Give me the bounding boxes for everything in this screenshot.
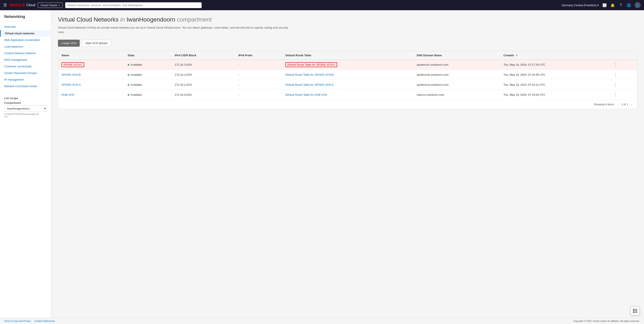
cell-ipv6: -	[235, 90, 282, 100]
cell-created: Thu, May 16, 2024, 07:16:21 UTC	[500, 80, 609, 90]
monitor-icon[interactable]: ⬜	[602, 3, 607, 8]
route-table-link[interactable]: Default Route Table for SPOKE-VCN-B	[285, 73, 334, 76]
status-dot	[128, 74, 129, 76]
cell-route-table: Default Route Table for SPOKE-VCN-B	[282, 70, 413, 80]
table-footer: Showing 4 items ‹ 1 of 1 ›	[58, 100, 637, 109]
help-icon[interactable]: ?	[618, 3, 623, 8]
globe-icon[interactable]: 🌐	[626, 3, 631, 8]
list-scope-title: List scope	[4, 96, 47, 100]
page-title-vcn: Virtual Cloud Networks	[58, 16, 120, 23]
cell-name: SPOKE-VCN-C	[58, 60, 124, 70]
showing-items-text: Showing 4 items	[594, 103, 614, 106]
cell-actions: ⋮	[609, 70, 637, 80]
vcn-name-link[interactable]: SPOKE-VCN-C	[62, 62, 84, 67]
region-selector[interactable]: Germany Central (Frankfurt) ▾	[562, 4, 599, 7]
sidebar-item-customer-connectivity[interactable]: Customer connectivity	[0, 63, 51, 70]
cell-dns: spokevcnb.oraclevcn.com	[413, 70, 500, 80]
cell-ipv4: 172.16.2.0/24	[171, 70, 235, 80]
cell-state: Available	[124, 90, 171, 100]
cookie-preferences-link[interactable]: Cookie Preferences	[34, 320, 55, 322]
col-header-state: State	[124, 51, 171, 60]
route-table-link[interactable]: Default Route Table for SPOKE-VCN-A	[285, 83, 334, 86]
cloud-classic-button[interactable]: Cloud Classic >	[38, 2, 63, 8]
cell-name: HUB-VCN	[58, 90, 124, 100]
terms-link[interactable]: Terms of Use and Privacy	[4, 320, 31, 322]
prev-page-button[interactable]: ‹	[616, 102, 620, 107]
compartment-label: Compartment	[4, 102, 47, 104]
page-title-compartment-italic: compartment	[177, 16, 212, 23]
row-actions-menu[interactable]: ⋮	[613, 63, 618, 67]
vcn-name-link[interactable]: SPOKE-VCN-B	[62, 73, 81, 76]
status-dot	[128, 94, 129, 96]
vcn-name-link[interactable]: SPOKE-VCN-A	[62, 83, 81, 86]
table-row: SPOKE-VCN-A Available 172.16.1.0/24 - De…	[58, 80, 637, 90]
col-header-name: Name	[58, 51, 124, 60]
cell-actions: ⋮	[609, 60, 637, 70]
row-actions-menu[interactable]: ⋮	[613, 93, 618, 97]
sidebar-item-network-command-center[interactable]: Network Command Center	[0, 83, 51, 90]
sidebar-item-virtual-cloud-networks[interactable]: Virtual cloud networks	[0, 30, 51, 37]
next-page-button[interactable]: ›	[630, 102, 634, 107]
cell-created: Thu, May 16, 2024, 07:17:34 UTC	[500, 60, 609, 70]
table-row: HUB-VCN Available 172.16.0.0/24 - Defaul…	[58, 90, 637, 100]
avatar[interactable]: 👤	[634, 2, 640, 8]
search-input[interactable]	[65, 2, 202, 8]
help-widget[interactable]	[630, 306, 640, 316]
chevron-down-icon: ▾	[597, 4, 599, 7]
cell-created: Thu, May 16, 2024, 07:16:58 UTC	[500, 70, 609, 80]
start-vcn-wizard-button[interactable]: Start VCN Wizard	[82, 40, 111, 47]
cell-ipv6: -	[235, 60, 282, 70]
cell-actions: ⋮	[609, 90, 637, 100]
cell-route-table: Default Route Table for SPOKE-VCN-A	[282, 80, 413, 90]
route-table-link[interactable]: Default Route Table for HUB-VCN	[285, 93, 327, 96]
cell-route-table: Default Route Table for SPOKE-VCN-C	[282, 60, 413, 70]
cell-route-table: Default Route Table for HUB-VCN	[282, 90, 413, 100]
col-header-created[interactable]: Created ▼	[500, 51, 609, 60]
sidebar: Networking Overview Virtual cloud networ…	[0, 10, 51, 324]
sidebar-item-cluster-placement-groups[interactable]: Cluster Placement Groups	[0, 70, 51, 76]
sidebar-item-content-delivery-network[interactable]: Content Delivery Network	[0, 50, 51, 56]
page-title-in: in	[120, 16, 126, 23]
cell-dns: spokevcnc.oraclevcn.com	[413, 60, 500, 70]
sidebar-nav: Overview Virtual cloud networks Web Appl…	[0, 24, 51, 90]
vcn-name-link[interactable]: HUB-VCN	[62, 93, 74, 96]
row-actions-menu[interactable]: ⋮	[613, 73, 618, 77]
cell-name: SPOKE-VCN-B	[58, 70, 124, 80]
table-row: SPOKE-VCN-B Available 172.16.2.0/24 - De…	[58, 70, 637, 80]
cell-actions: ⋮	[609, 80, 637, 90]
oracle-text: ORACLE	[10, 3, 25, 7]
cell-created: Thu, May 16, 2024, 07:15:04 UTC	[500, 90, 609, 100]
cell-ipv4: 172.16.3.0/24	[171, 60, 235, 70]
action-bar: Create VCN Start VCN Wizard	[58, 40, 637, 47]
cell-dns: spokevcna.oraclevcn.com	[413, 80, 500, 90]
bell-icon[interactable]: 🔔	[610, 3, 615, 8]
cell-name: SPOKE-VCN-A	[58, 80, 124, 90]
cell-ipv6: -	[235, 70, 282, 80]
page-description: Virtual Cloud Networks (VCNs) are privat…	[58, 26, 292, 34]
cloud-text: Cloud	[26, 3, 36, 7]
row-actions-menu[interactable]: ⋮	[613, 83, 618, 87]
cell-state: Available	[124, 60, 171, 70]
table-row: SPOKE-VCN-C Available 172.16.3.0/24 - De…	[58, 60, 637, 70]
sidebar-item-dns-management[interactable]: DNS management	[0, 56, 51, 63]
col-header-dns: DNS Domain Name	[413, 51, 500, 60]
compartment-path: (root)/NETWORK/IwanHoogendoorn	[4, 113, 47, 118]
page-footer: Terms of Use and Privacy Cookie Preferen…	[0, 318, 644, 324]
sidebar-item-load-balancers[interactable]: Load balancers	[0, 43, 51, 50]
cell-ipv4: 172.16.1.0/24	[171, 80, 235, 90]
cell-ipv6: -	[235, 80, 282, 90]
compartment-select[interactable]: IwanHoogendoorn	[4, 105, 47, 112]
status-dot	[128, 84, 129, 86]
col-header-ipv4: IPv4 CIDR Block	[171, 51, 235, 60]
page-title-compartment: IwanHoogendoorn	[126, 16, 177, 23]
hamburger-menu[interactable]: ☰	[4, 3, 7, 8]
vcn-table: Name State IPv4 CIDR Block IPv6 Prefix D…	[58, 51, 637, 100]
nav-right: Germany Central (Frankfurt) ▾ ⬜ 🔔 ? 🌐 👤	[562, 2, 640, 8]
sidebar-item-ip-management[interactable]: IP management	[0, 76, 51, 83]
cell-state: Available	[124, 80, 171, 90]
sidebar-item-overview[interactable]: Overview	[0, 24, 51, 30]
sidebar-item-web-application-acceleration[interactable]: Web Application Acceleration	[0, 37, 51, 43]
create-vcn-button[interactable]: Create VCN	[58, 40, 80, 47]
route-table-link[interactable]: Default Route Table for SPOKE-VCN-C	[285, 62, 337, 67]
help-grid-icon	[633, 309, 637, 313]
